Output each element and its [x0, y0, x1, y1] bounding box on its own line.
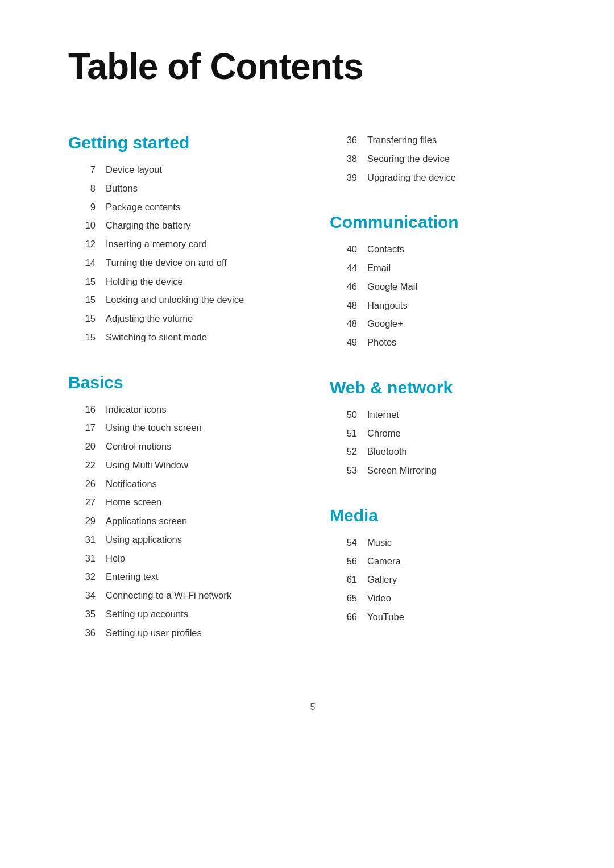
toc-item: 9Package contents — [68, 200, 296, 214]
toc-item-label: Locking and unlocking the device — [106, 293, 244, 307]
toc-item: 66YouTube — [330, 610, 557, 624]
toc-item-label: Chrome — [367, 426, 401, 441]
toc-item: 15Holding the device — [68, 275, 296, 289]
toc-item: 51Chrome — [330, 426, 557, 441]
toc-item-label: Device layout — [106, 163, 162, 177]
toc-item-label: Setting up accounts — [106, 607, 188, 621]
toc-page-number: 22 — [68, 458, 96, 472]
toc-item: 31Using applications — [68, 533, 296, 547]
toc-section: 36Transferring files38Securing the devic… — [330, 133, 557, 184]
toc-page-number: 26 — [68, 477, 96, 491]
toc-item-label: Bluetooth — [367, 445, 407, 459]
toc-item-label: Transferring files — [367, 133, 437, 147]
toc-item: 46Google Mail — [330, 280, 557, 294]
toc-item: 35Setting up accounts — [68, 607, 296, 621]
toc-item-label: Adjusting the volume — [106, 312, 193, 326]
toc-item-label: Applications screen — [106, 514, 187, 528]
toc-page-number: 66 — [330, 610, 357, 624]
toc-page-number: 31 — [68, 551, 96, 566]
toc-item: 17Using the touch screen — [68, 421, 296, 435]
toc-page-number: 53 — [330, 463, 357, 477]
toc-item: 39Upgrading the device — [330, 171, 557, 185]
toc-page-number: 48 — [330, 317, 357, 331]
toc-item: 7Device layout — [68, 163, 296, 177]
toc-item-label: Buttons — [106, 181, 138, 196]
toc-item-label: Indicator icons — [106, 402, 166, 417]
toc-item: 34Connecting to a Wi-Fi network — [68, 588, 296, 603]
toc-page-number: 56 — [330, 554, 357, 568]
toc-page-number: 8 — [68, 181, 96, 196]
toc-item: 65Video — [330, 591, 557, 605]
toc-page-number: 36 — [68, 626, 96, 640]
toc-page-number: 15 — [68, 312, 96, 326]
toc-item-label: Inserting a memory card — [106, 237, 207, 251]
toc-item-label: Using Multi Window — [106, 458, 188, 472]
toc-item-label: Gallery — [367, 572, 397, 587]
toc-page-number: 14 — [68, 256, 96, 270]
toc-item: 49Photos — [330, 335, 557, 350]
toc-item-label: Package contents — [106, 200, 180, 214]
toc-item-label: Securing the device — [367, 152, 450, 166]
toc-section: Communication40Contacts44Email46Google M… — [330, 213, 557, 350]
toc-item: 36Setting up user profiles — [68, 626, 296, 640]
toc-page-number: 54 — [330, 535, 357, 550]
toc-item-label: YouTube — [367, 610, 404, 624]
toc-item: 52Bluetooth — [330, 445, 557, 459]
toc-page-number: 40 — [330, 242, 357, 256]
toc-item: 15Adjusting the volume — [68, 312, 296, 326]
toc-item-label: Hangouts — [367, 298, 408, 313]
toc-item: 26Notifications — [68, 477, 296, 491]
toc-columns: Getting started7Device layout8Buttons9Pa… — [68, 133, 557, 668]
toc-page-number: 65 — [330, 591, 357, 605]
toc-item-label: Holding the device — [106, 275, 183, 289]
toc-page-number: 27 — [68, 495, 96, 509]
toc-item: 14Turning the device on and off — [68, 256, 296, 270]
toc-item-label: Switching to silent mode — [106, 330, 207, 344]
toc-item: 36Transferring files — [330, 133, 557, 147]
toc-item: 22Using Multi Window — [68, 458, 296, 472]
page-footer: 5 — [68, 702, 557, 712]
toc-item-label: Video — [367, 591, 391, 605]
toc-item-label: Connecting to a Wi-Fi network — [106, 588, 231, 603]
section-heading: Web & network — [330, 378, 557, 397]
toc-page-number: 35 — [68, 607, 96, 621]
toc-item: 53Screen Mirroring — [330, 463, 557, 477]
toc-item: 38Securing the device — [330, 152, 557, 166]
toc-section: Media54Music56Camera61Gallery65Video66Yo… — [330, 506, 557, 624]
toc-page-number: 61 — [330, 572, 357, 587]
toc-page-number: 12 — [68, 237, 96, 251]
toc-page-number: 20 — [68, 439, 96, 454]
toc-item: 50Internet — [330, 408, 557, 422]
toc-item-label: Setting up user profiles — [106, 626, 202, 640]
toc-item: 56Camera — [330, 554, 557, 568]
toc-section: Web & network50Internet51Chrome52Bluetoo… — [330, 378, 557, 477]
toc-section: Getting started7Device layout8Buttons9Pa… — [68, 133, 296, 344]
toc-page-number: 15 — [68, 330, 96, 344]
toc-item-label: Entering text — [106, 570, 159, 584]
section-heading: Getting started — [68, 133, 296, 152]
toc-item: 40Contacts — [330, 242, 557, 256]
toc-item-label: Upgrading the device — [367, 171, 456, 185]
toc-page-number: 38 — [330, 152, 357, 166]
left-column: Getting started7Device layout8Buttons9Pa… — [68, 133, 296, 668]
toc-page-number: 49 — [330, 335, 357, 350]
toc-item: 16Indicator icons — [68, 402, 296, 417]
toc-page-number: 39 — [330, 171, 357, 185]
section-heading: Media — [330, 506, 557, 525]
toc-page-number: 32 — [68, 570, 96, 584]
toc-page-number: 36 — [330, 133, 357, 147]
right-column: 36Transferring files38Securing the devic… — [330, 133, 557, 668]
toc-item: 48Hangouts — [330, 298, 557, 313]
toc-page-number: 15 — [68, 293, 96, 307]
toc-page-number: 17 — [68, 421, 96, 435]
toc-item: 31Help — [68, 551, 296, 566]
toc-item: 54Music — [330, 535, 557, 550]
toc-item: 44Email — [330, 261, 557, 275]
toc-item-label: Home screen — [106, 495, 161, 509]
toc-item-label: Email — [367, 261, 391, 275]
toc-page-number: 48 — [330, 298, 357, 313]
toc-page-number: 31 — [68, 533, 96, 547]
toc-item: 48Google+ — [330, 317, 557, 331]
section-heading: Communication — [330, 213, 557, 232]
toc-page-number: 46 — [330, 280, 357, 294]
